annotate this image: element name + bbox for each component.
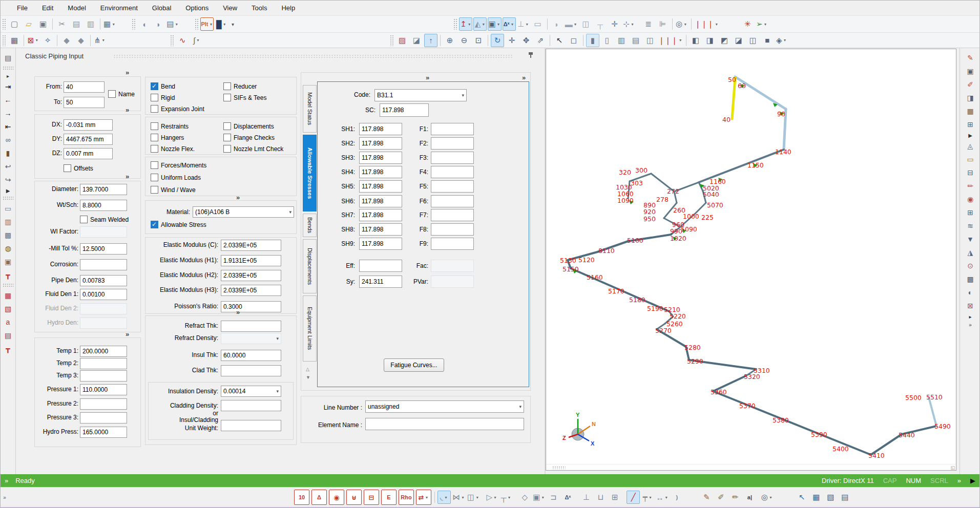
displacement-tool-icon[interactable]: Δˣ▾ (503, 17, 516, 31)
viewport-scroll-strip[interactable]: ◱ (546, 464, 956, 470)
checkbox-reducer[interactable]: Reducer (223, 82, 257, 90)
reducer-button[interactable]: ▷▾ (485, 491, 498, 504)
flyout-right-2-icon[interactable]: ▸ (964, 313, 976, 320)
zoom-window-icon[interactable]: ⊡ (472, 34, 485, 47)
node-label-5100[interactable]: 5100 (627, 237, 643, 244)
combo-arrow-icon[interactable]: ▾ (276, 336, 279, 341)
node-label-1020[interactable]: 1020 (670, 235, 686, 242)
spring-tool-icon-dropdown[interactable]: ▾ (496, 22, 501, 27)
list-input-icon[interactable]: ▦ (8, 34, 21, 47)
compass-views-icon-dropdown[interactable]: ▾ (782, 38, 787, 43)
node-label-5270[interactable]: 5270 (655, 327, 672, 334)
half-flange-icon[interactable]: ◗ (550, 17, 564, 31)
pan-view-icon[interactable]: ✥ (519, 34, 533, 47)
node-label-1150[interactable]: 1150 (747, 161, 764, 169)
disp-tool-b-icon[interactable]: Δˣ (561, 491, 574, 504)
f6-input[interactable] (431, 195, 474, 207)
pipe-field-0[interactable]: 139.7000 (80, 184, 127, 195)
cond-field-4[interactable] (80, 398, 127, 410)
node-label-5040[interactable]: 5040 (703, 190, 719, 198)
render-outline-icon[interactable]: ◫ (643, 34, 657, 47)
node-label-5380[interactable]: 5380 (773, 416, 789, 424)
valve-tool-icon-dropdown[interactable]: ▾ (573, 22, 578, 27)
node-label-320[interactable]: 320 (619, 168, 631, 176)
tab-equipment-limits[interactable]: Equipment Limits (303, 295, 317, 362)
node-label-40[interactable]: 40 (722, 116, 731, 123)
refract-field-2[interactable]: 60.0000 (221, 350, 281, 361)
elastic-field-1[interactable]: 1.9131E+05 (221, 255, 281, 266)
view-left-icon[interactable]: ◧ (689, 34, 702, 47)
hanger-tool-icon-dropdown[interactable]: ▾ (481, 22, 486, 27)
target-icon[interactable]: ◉ (964, 193, 976, 205)
checkbox-rigid[interactable]: Rigid (151, 94, 175, 101)
seam-welded-checkbox[interactable]: Seam Welded (80, 216, 129, 223)
pipe-segment[interactable] (732, 78, 735, 119)
render-view-button-dropdown[interactable]: ▾ (222, 22, 227, 27)
dy-input[interactable]: 4467.675 mm (64, 134, 113, 145)
diamond-tool-icon[interactable]: ◇ (518, 491, 531, 504)
materials-case-button[interactable]: ⊟ (364, 490, 379, 505)
box-tool-b-icon-dropdown[interactable]: ▾ (540, 495, 545, 500)
valve-button[interactable]: ⋈▾ (452, 491, 466, 504)
checkbox-sifs-tees[interactable]: SIFs & Tees (223, 94, 266, 101)
restraint-tool-icon[interactable]: ↥▾ (459, 17, 472, 31)
allowable-stress-checkbox[interactable]: Allowable Stress (151, 221, 206, 228)
find-node-icon-dropdown[interactable]: ▾ (683, 22, 687, 27)
checkbox-displacements[interactable]: Displacements (223, 122, 274, 130)
checkbox-expansion-joint[interactable]: Expansion Joint (151, 105, 204, 113)
valve-button-dropdown[interactable]: ▾ (461, 495, 465, 500)
box-tool-b-icon[interactable]: ▣▾ (532, 491, 546, 504)
node-label-5360[interactable]: 5360 (711, 388, 727, 396)
combo-arrow-icon[interactable]: ▾ (276, 389, 279, 394)
cond-field-1[interactable] (80, 358, 127, 369)
combo-arrow-icon[interactable]: ▾ (462, 93, 464, 98)
review-dynamic-icon[interactable]: ◆ (74, 34, 88, 47)
magnify-b-icon-dropdown[interactable]: ▾ (768, 495, 773, 500)
insert-node-icon-dropdown[interactable]: ▾ (763, 22, 768, 27)
flow-button-dropdown[interactable]: ▾ (424, 495, 429, 500)
node-label-990[interactable]: 990 (670, 227, 682, 235)
expansion-joint-button[interactable]: ◫▾ (467, 491, 480, 504)
spectrum-icon[interactable]: ∫▾ (190, 34, 203, 47)
node-label-5160[interactable]: 5160 (587, 273, 603, 281)
hanger-tool-icon[interactable]: ◭▾ (473, 17, 487, 31)
edit-2-icon[interactable]: ✐ (964, 78, 976, 91)
rotate-view-icon[interactable]: ↻ (491, 34, 504, 47)
compass-views-icon[interactable]: ◈▾ (775, 34, 788, 47)
print-icon-dropdown[interactable]: ▾ (111, 22, 116, 27)
f9-input[interactable] (431, 238, 474, 250)
menu-model[interactable]: Model (60, 4, 93, 12)
node-label-5220[interactable]: 5220 (670, 312, 686, 320)
flyout-top-icon[interactable]: ▸ (2, 72, 14, 79)
edit-model-icon[interactable]: ✎ (964, 52, 976, 64)
select-cursor-icon[interactable]: ↖ (553, 34, 566, 47)
plot-button-dropdown[interactable]: ▾ (208, 22, 213, 27)
expand-chevron[interactable]: » (126, 69, 129, 76)
cond-field-2[interactable] (80, 370, 127, 382)
node-label-5120[interactable]: 5120 (578, 256, 595, 264)
expand-chevron[interactable]: » (126, 330, 129, 338)
checkbox-wind-wave[interactable]: Wind / Wave (151, 186, 196, 194)
offsets-checkbox[interactable]: Offsets (64, 164, 93, 172)
list-red-icon[interactable]: ▤ (2, 329, 14, 342)
contrast-icon[interactable]: ◐ (964, 286, 976, 299)
checkbox-uniform-loads[interactable]: Uniform Loads (151, 174, 201, 181)
block-operations-icon[interactable]: ▤▾ (166, 17, 179, 31)
tee-button-dropdown[interactable]: ▾ (507, 495, 512, 500)
restraint-tool-icon-dropdown[interactable]: ▾ (467, 22, 472, 27)
new-file-icon[interactable]: ▢ (8, 17, 21, 31)
zoom-dynamic-icon[interactable]: ⇗ (534, 34, 547, 47)
menu-global[interactable]: Global (145, 4, 179, 12)
to-node-input[interactable]: 50 (64, 97, 105, 108)
hatch-display-icon[interactable]: ▨ (395, 34, 409, 47)
anchor-b-icon[interactable]: ⊥ (579, 491, 593, 504)
node-label-8110[interactable]: 8110 (598, 247, 615, 255)
break-element-icon[interactable]: ✳ (741, 17, 754, 31)
view-top-icon[interactable]: ◩ (718, 34, 731, 47)
close-grid-icon[interactable]: ⊠ (964, 300, 976, 312)
refract-field-3[interactable] (221, 365, 281, 376)
checkbox-hangers[interactable]: Hangers (151, 134, 184, 141)
dynamic-analysis-icon[interactable]: ∿ (176, 34, 189, 47)
ruler-tool-icon[interactable]: ≣ (642, 17, 655, 31)
expand-chevron[interactable]: » (236, 194, 239, 201)
